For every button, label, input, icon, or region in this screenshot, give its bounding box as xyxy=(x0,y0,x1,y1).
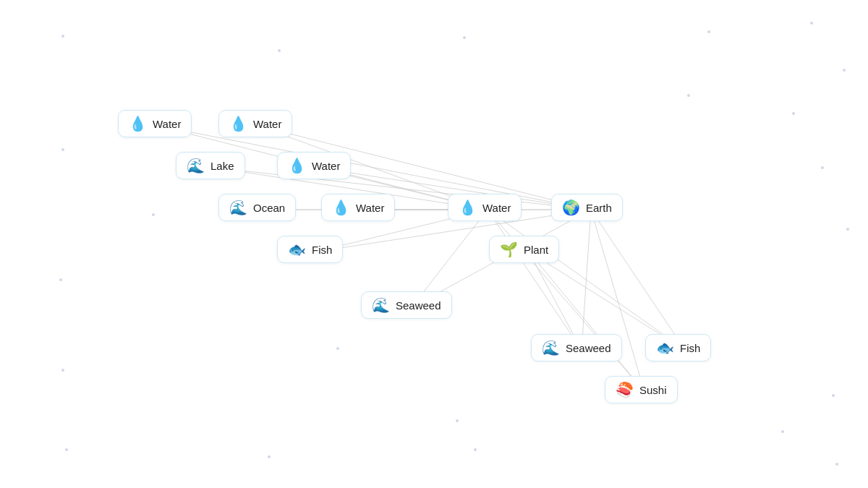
background-dot xyxy=(463,36,466,39)
background-dot xyxy=(781,430,784,433)
connection-line xyxy=(529,252,644,392)
node-label: Fish xyxy=(312,244,332,256)
ocean-icon: 🌊 xyxy=(229,200,247,215)
background-dot xyxy=(846,228,849,231)
background-dot xyxy=(61,369,64,372)
node-water2[interactable]: 💧Water xyxy=(218,110,292,137)
water-icon: 💧 xyxy=(288,158,306,173)
node-label: Water xyxy=(312,160,340,172)
node-water4[interactable]: 💧Water xyxy=(321,194,395,221)
node-label: Plant xyxy=(524,244,548,256)
background-dot xyxy=(61,35,64,38)
background-dot xyxy=(152,213,155,216)
fish-icon: 🐟 xyxy=(288,242,306,257)
node-label: Water xyxy=(356,202,384,214)
node-plant[interactable]: 🌱Plant xyxy=(489,236,559,263)
node-lake[interactable]: 🌊Lake xyxy=(176,152,245,179)
fish-icon: 🐟 xyxy=(656,341,674,355)
node-label: Water xyxy=(253,118,281,130)
background-dot xyxy=(843,69,846,72)
node-seaweed1[interactable]: 🌊Seaweed xyxy=(361,291,452,319)
background-dot xyxy=(810,22,813,25)
node-label: Fish xyxy=(680,342,700,354)
background-dot xyxy=(687,94,690,97)
node-label: Ocean xyxy=(253,202,285,214)
node-water1[interactable]: 💧Water xyxy=(118,110,192,137)
connection-line xyxy=(591,210,685,350)
node-label: Water xyxy=(482,202,511,214)
node-label: Seaweed xyxy=(396,299,441,312)
background-dot xyxy=(456,419,459,422)
background-dot xyxy=(268,455,271,458)
background-dot xyxy=(65,448,68,451)
connection-line xyxy=(582,210,591,350)
background-dot xyxy=(474,448,477,451)
water-icon: 💧 xyxy=(459,200,477,215)
connection-line xyxy=(488,210,582,350)
earth-icon: 🌍 xyxy=(562,200,580,215)
seaweed-icon: 🌊 xyxy=(542,341,560,355)
water-icon: 💧 xyxy=(332,200,350,215)
background-dot xyxy=(821,166,824,169)
node-seaweed2[interactable]: 🌊Seaweed xyxy=(531,334,622,361)
node-sushi[interactable]: 🍣Sushi xyxy=(605,376,678,403)
node-label: Sushi xyxy=(639,384,667,396)
lake-icon: 🌊 xyxy=(187,158,205,173)
background-dot xyxy=(792,112,795,115)
node-label: Lake xyxy=(210,160,234,172)
background-dot xyxy=(61,148,64,151)
node-earth[interactable]: 🌍Earth xyxy=(551,194,623,221)
background-dots xyxy=(0,0,868,488)
background-dot xyxy=(59,278,62,281)
node-label: Earth xyxy=(586,202,612,214)
background-dot xyxy=(835,463,838,466)
background-dot xyxy=(336,347,339,350)
seaweed-icon: 🌊 xyxy=(372,298,390,312)
node-water3[interactable]: 💧Water xyxy=(277,152,351,179)
water-icon: 💧 xyxy=(129,116,147,131)
plant-icon: 🌱 xyxy=(500,242,518,257)
node-label: Water xyxy=(153,118,181,130)
node-label: Seaweed xyxy=(566,342,611,354)
node-ocean[interactable]: 🌊Ocean xyxy=(218,194,296,221)
connection-line xyxy=(591,210,644,392)
node-fish2[interactable]: 🐟Fish xyxy=(645,334,711,361)
water-icon: 💧 xyxy=(229,116,247,131)
background-dot xyxy=(832,394,835,397)
background-dot xyxy=(707,30,710,33)
connection-line xyxy=(488,210,685,350)
background-dot xyxy=(278,49,281,52)
connection-lines xyxy=(0,0,868,488)
node-fish1[interactable]: 🐟Fish xyxy=(277,236,343,263)
sushi-icon: 🍣 xyxy=(616,382,634,397)
node-water5[interactable]: 💧Water xyxy=(448,194,522,221)
